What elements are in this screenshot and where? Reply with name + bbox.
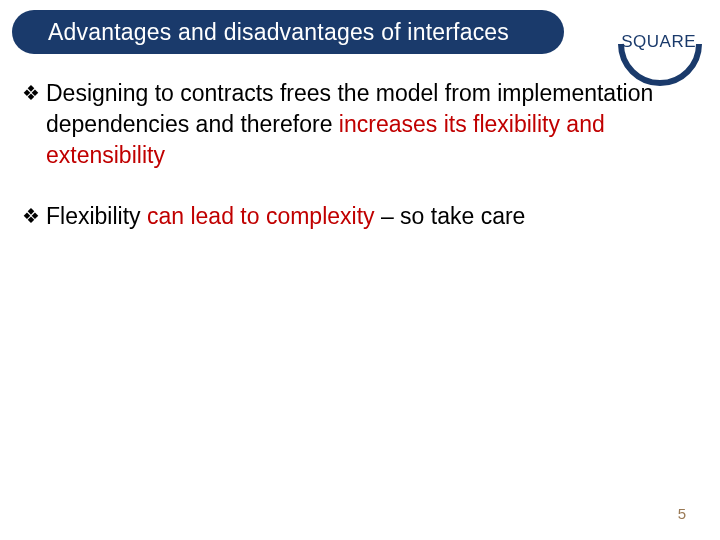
text-segment: Flexibility [46, 203, 147, 229]
slide-body: ❖ Designing to contracts frees the model… [22, 78, 698, 262]
bullet-text: Designing to contracts frees the model f… [46, 78, 698, 171]
slide-title: Advantages and disadvantages of interfac… [48, 19, 509, 46]
text-segment: – so take care [375, 203, 526, 229]
diamond-bullet-icon: ❖ [22, 78, 40, 108]
page-number: 5 [678, 505, 686, 522]
slide-title-bar: Advantages and disadvantages of interfac… [12, 10, 564, 54]
bullet-item: ❖ Designing to contracts frees the model… [22, 78, 698, 171]
diamond-bullet-icon: ❖ [22, 201, 40, 231]
bullet-item: ❖ Flexibility can lead to complexity – s… [22, 201, 698, 232]
logo-text: SQUARE [621, 32, 696, 52]
text-segment-highlight: can lead to complexity [147, 203, 375, 229]
bullet-text: Flexibility can lead to complexity – so … [46, 201, 698, 232]
